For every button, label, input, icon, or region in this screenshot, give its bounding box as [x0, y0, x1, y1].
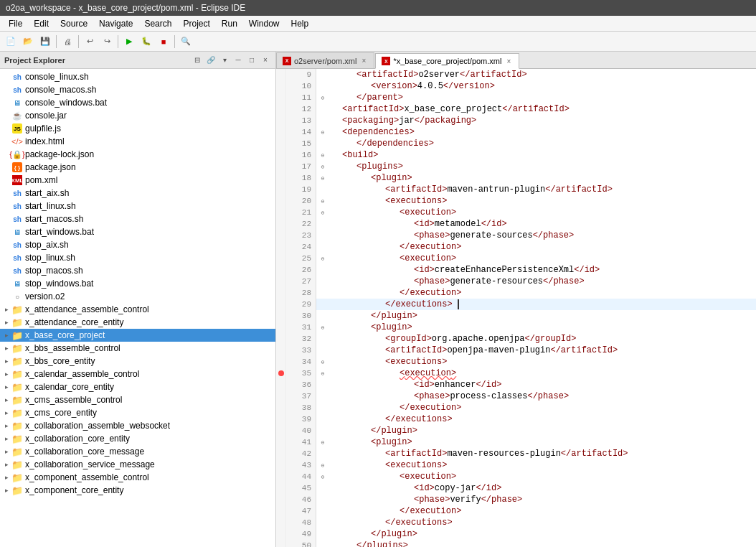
tree-item[interactable]: JSgulpfile.js — [0, 122, 275, 135]
tree-item[interactable]: shstop_linux.sh — [0, 251, 275, 264]
toolbar-search[interactable]: 🔍 — [178, 34, 194, 50]
expand-arrow[interactable]: ▸ — [3, 422, 10, 429]
tree-item[interactable]: shconsole_macos.sh — [0, 83, 275, 96]
tree-item[interactable]: ▸📁x_bbs_core_entity — [0, 355, 275, 368]
expand-arrow[interactable]: ▸ — [3, 461, 10, 468]
expand-arrow[interactable]: ▸ — [3, 435, 10, 442]
tree-item[interactable]: ▸📁x_collaboration_assemble_websocket — [0, 419, 275, 432]
menu-item-run[interactable]: Run — [216, 17, 243, 30]
menu-item-help[interactable]: Help — [285, 17, 315, 30]
title-text: o2oa_workspace - x_base_core_project/pom… — [6, 3, 245, 13]
expand-arrow[interactable]: ▸ — [3, 319, 10, 326]
collapse-all-btn[interactable]: ⊟ — [192, 55, 203, 66]
tree-item[interactable]: ▸📁x_bbs_assemble_control — [0, 342, 275, 355]
link-editor-btn[interactable]: 🔗 — [205, 55, 217, 66]
fold-btn[interactable]: ⊖ — [319, 197, 326, 205]
tree-item[interactable]: </>index.html — [0, 135, 275, 148]
tree-item[interactable]: 🖥stop_windows.bat — [0, 277, 275, 290]
tree-item[interactable]: ▸📁x_collaboration_core_entity — [0, 432, 275, 445]
menu-item-file[interactable]: File — [3, 17, 28, 30]
tree-item[interactable]: ▸📁x_collaboration_core_message — [0, 445, 275, 458]
fold-btn[interactable]: ⊖ — [319, 370, 326, 377]
expand-arrow[interactable]: ▸ — [3, 370, 10, 378]
fold-btn[interactable]: ⊖ — [319, 358, 326, 365]
tab-close-btn[interactable]: × — [359, 57, 368, 65]
menu-item-edit[interactable]: Edit — [28, 17, 55, 30]
tree-item[interactable]: 🖥start_windows.bat — [0, 225, 275, 238]
fold-btn[interactable]: ⊖ — [319, 128, 326, 136]
close-explorer-btn[interactable]: × — [260, 55, 271, 66]
toolbar-print[interactable]: 🖨 — [60, 34, 75, 50]
fold-btn[interactable]: ⊖ — [319, 209, 326, 216]
fold-btn[interactable]: ⊖ — [319, 94, 326, 101]
fold-btn[interactable]: ⊖ — [319, 255, 326, 262]
expand-arrow[interactable]: ▸ — [3, 306, 10, 313]
tree-item[interactable]: 🖥console_windows.bat — [0, 96, 275, 109]
toolbar-undo[interactable]: ↩ — [82, 34, 98, 50]
expand-arrow[interactable]: ▸ — [3, 474, 10, 481]
toolbar-redo[interactable]: ↪ — [99, 34, 115, 50]
gutter-item — [276, 540, 285, 547]
tab-close-btn[interactable]: × — [504, 57, 513, 65]
tree-item[interactable]: ▸📁x_cms_core_entity — [0, 406, 275, 419]
tree-item[interactable]: ▸📁x_attendance_core_entity — [0, 316, 275, 329]
tree-item[interactable]: shstop_aix.sh — [0, 238, 275, 251]
toolbar-run[interactable]: ▶ — [121, 34, 137, 50]
tree-item[interactable]: ☕console.jar — [0, 109, 275, 122]
fold-btn[interactable]: ⊖ — [319, 462, 326, 469]
fold-btn[interactable]: ⊖ — [319, 439, 326, 446]
tree-item[interactable]: shstart_aix.sh — [0, 187, 275, 200]
tree-item[interactable]: shconsole_linux.sh — [0, 70, 275, 83]
tree-item[interactable]: { }package.json — [0, 161, 275, 174]
tree-item[interactable]: ▸📁x_collaboration_service_message — [0, 458, 275, 471]
expand-arrow[interactable]: ▸ — [3, 396, 10, 403]
expand-arrow[interactable]: ▸ — [3, 332, 10, 339]
expand-arrow[interactable]: ▸ — [3, 357, 10, 365]
fold-btn[interactable]: ⊖ — [319, 151, 326, 159]
explorer-tree[interactable]: shconsole_linux.shshconsole_macos.sh🖥con… — [0, 69, 275, 547]
minimize-btn[interactable]: ─ — [232, 55, 244, 66]
menu-item-search[interactable]: Search — [138, 17, 177, 30]
tree-item[interactable]: {🔒}package-lock.json — [0, 148, 275, 161]
fold-btn[interactable]: ⊖ — [319, 163, 326, 170]
tree-item[interactable]: shstop_macos.sh — [0, 264, 275, 277]
tree-item[interactable]: ▸📁x_calendar_assemble_control — [0, 368, 275, 380]
menu-item-source[interactable]: Source — [55, 17, 93, 30]
tree-item[interactable]: ▸📁x_base_core_project — [0, 329, 275, 342]
fold-btn[interactable]: ⊖ — [319, 174, 326, 182]
code-editor[interactable]: 9101112131415161718192021222324252627282… — [276, 69, 756, 547]
fold-btn[interactable]: ⊖ — [319, 324, 326, 331]
tree-item[interactable]: XMLpom.xml — [0, 174, 275, 187]
tree-item[interactable]: ▸📁x_cms_assemble_control — [0, 393, 275, 406]
fold-btn[interactable]: ⊖ — [319, 473, 326, 480]
tree-item[interactable]: ▸📁x_component_core_entity — [0, 484, 275, 497]
tree-item[interactable]: ▸📁x_component_assemble_control — [0, 471, 275, 484]
menu-item-window[interactable]: Window — [243, 17, 285, 30]
line-numbers: 9101112131415161718192021222324252627282… — [286, 69, 316, 547]
editor-tab[interactable]: X*x_base_core_project/pom.xml× — [375, 53, 519, 69]
view-menu-btn[interactable]: ▾ — [219, 55, 230, 66]
code-content[interactable]: <artifactId>o2server</artifactId> <versi… — [316, 69, 756, 547]
tree-item[interactable]: shstart_linux.sh — [0, 200, 275, 212]
toolbar-debug[interactable]: 🐛 — [138, 34, 154, 50]
toolbar-new[interactable]: 📄 — [3, 34, 19, 50]
toolbar-open[interactable]: 📂 — [20, 34, 36, 50]
expand-arrow[interactable]: ▸ — [3, 487, 10, 494]
expand-arrow[interactable]: ▸ — [3, 383, 10, 391]
maximize-btn[interactable]: □ — [246, 55, 257, 66]
tree-item[interactable]: ○version.o2 — [0, 290, 275, 303]
toolbar-stop[interactable]: ■ — [156, 34, 171, 50]
expand-arrow[interactable]: ▸ — [3, 448, 10, 455]
tree-item[interactable]: shstart_macos.sh — [0, 212, 275, 225]
expand-arrow[interactable]: ▸ — [3, 345, 10, 352]
expand-arrow[interactable]: ▸ — [3, 409, 10, 416]
menu-item-project[interactable]: Project — [177, 17, 215, 30]
line-number: 49 — [286, 528, 316, 540]
tree-item-label: start_aix.sh — [25, 188, 69, 198]
toolbar-save[interactable]: 💾 — [37, 34, 53, 50]
editor-tab[interactable]: Xo2server/pom.xml× — [276, 52, 374, 68]
tree-item[interactable]: ▸📁x_attendance_assemble_control — [0, 303, 275, 316]
menu-item-navigate[interactable]: Navigate — [93, 17, 138, 30]
line-content: <artifactId>o2server</artifactId> — [356, 70, 527, 80]
tree-item[interactable]: ▸📁x_calendar_core_entity — [0, 380, 275, 393]
